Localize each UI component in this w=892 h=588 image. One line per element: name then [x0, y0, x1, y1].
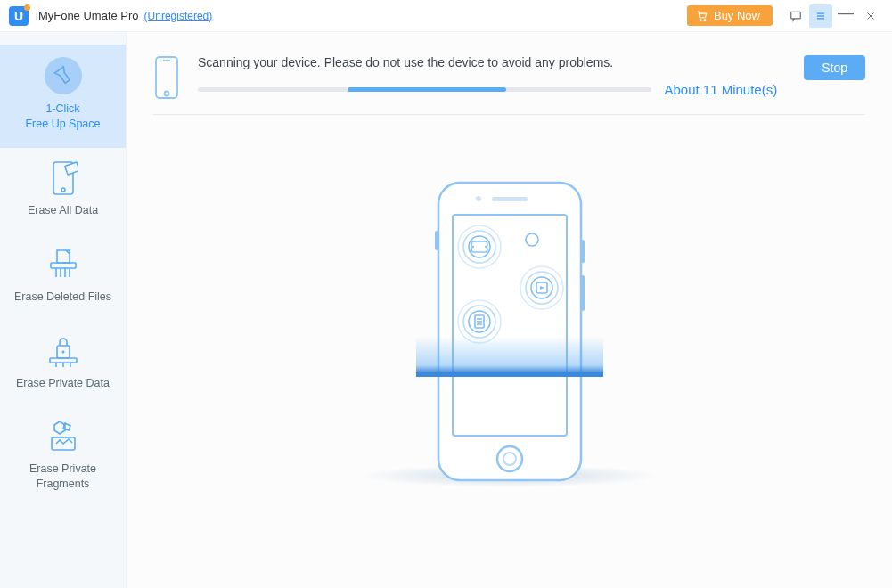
sidebar-item-erase-deleted-files[interactable]: Erase Deleted Files — [0, 234, 126, 321]
svg-rect-18 — [50, 358, 77, 363]
main-panel: Scanning your device. Please do not use … — [127, 32, 892, 588]
svg-point-24 — [165, 92, 169, 96]
svg-rect-29 — [435, 231, 438, 250]
svg-point-9 — [61, 188, 65, 192]
svg-point-17 — [61, 350, 64, 353]
sidebar-item-label: Erase Deleted Files — [14, 290, 111, 305]
cart-icon — [696, 10, 708, 22]
svg-rect-2 — [791, 12, 801, 19]
close-button[interactable] — [859, 4, 882, 28]
flashlight-icon — [45, 57, 82, 94]
fragments-icon — [45, 419, 81, 454]
svg-rect-30 — [492, 197, 528, 201]
sidebar-item-label: 1-Click Free Up Space — [25, 102, 100, 132]
menu-icon[interactable] — [809, 4, 832, 28]
scan-band — [416, 336, 603, 377]
lock-erase-icon — [45, 333, 81, 369]
sidebar-item-erase-private-fragments[interactable]: Erase Private Fragments — [0, 406, 126, 508]
device-icon — [153, 55, 180, 100]
svg-point-0 — [700, 19, 701, 20]
sidebar-item-label: Erase Private Fragments — [29, 461, 96, 492]
svg-rect-10 — [64, 162, 78, 175]
sidebar-item-erase-private-data[interactable]: Erase Private Data — [0, 321, 126, 407]
svg-point-31 — [476, 196, 481, 201]
sidebar-item-free-up-space[interactable]: 1-Click Free Up Space — [0, 45, 126, 148]
scan-progress-track — [348, 87, 506, 92]
feedback-icon[interactable] — [784, 4, 807, 28]
registration-status-link[interactable]: (Unregistered) — [144, 10, 213, 22]
buy-now-button[interactable]: Buy Now — [687, 5, 773, 26]
buy-now-label: Buy Now — [714, 9, 760, 22]
svg-point-1 — [704, 19, 706, 20]
scan-eta-label: About 11 Minute(s) — [664, 82, 777, 97]
sidebar-item-label: Erase All Data — [28, 203, 98, 218]
scan-header: Scanning your device. Please do not use … — [153, 55, 865, 100]
scan-progress-bar — [198, 87, 651, 92]
phone-illustration — [153, 177, 865, 489]
titlebar: U iMyFone Umate Pro (Unregistered) Buy N… — [0, 0, 892, 32]
scan-message: Scanning your device. Please do not use … — [198, 55, 777, 69]
sidebar: 1-Click Free Up Space Erase All Data — [0, 32, 127, 588]
shredder-icon — [45, 247, 81, 282]
svg-rect-11 — [51, 263, 76, 268]
svg-rect-27 — [581, 240, 585, 263]
device-erase-icon — [45, 160, 81, 196]
stop-button[interactable]: Stop — [804, 55, 865, 80]
scanning-phone-icon — [430, 177, 590, 489]
svg-rect-28 — [581, 275, 585, 311]
header-divider — [153, 114, 865, 115]
minimize-button[interactable]: — — [834, 4, 857, 28]
app-logo: U — [9, 6, 29, 26]
sidebar-item-label: Erase Private Data — [16, 376, 110, 391]
app-title: iMyFone Umate Pro — [36, 9, 139, 22]
sidebar-item-erase-all-data[interactable]: Erase All Data — [0, 148, 126, 234]
